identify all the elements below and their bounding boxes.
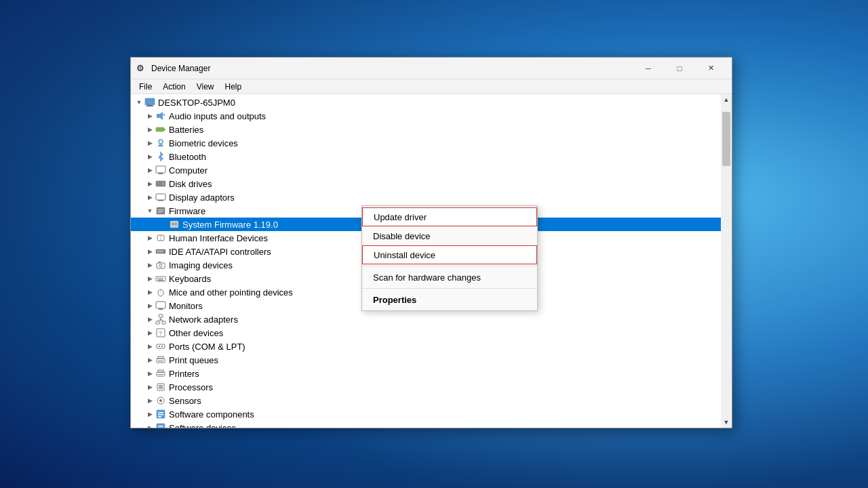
- svg-rect-20: [158, 212, 161, 213]
- svg-rect-18: [158, 209, 163, 210]
- svg-rect-12: [156, 181, 165, 186]
- tree-item-sensors[interactable]: ▶ Sensors: [131, 394, 721, 407]
- minimize-button[interactable]: ─: [633, 58, 664, 79]
- svg-rect-10: [156, 166, 165, 173]
- expand-softwaredevices[interactable]: ▶: [144, 422, 155, 428]
- tree-item-processors[interactable]: ▶ Processors: [131, 380, 721, 394]
- tree-item-bluetooth[interactable]: ▶ Bluetooth: [131, 150, 721, 163]
- ctx-uninstall-device[interactable]: Uninstall device: [362, 245, 537, 264]
- mice-icon: [155, 287, 166, 298]
- tree-item-printers[interactable]: ▶ Printers: [131, 367, 721, 380]
- tree-item-other[interactable]: ▶ ? Other devices: [131, 326, 721, 340]
- expand-sensors[interactable]: ▶: [144, 395, 155, 406]
- tree-item-batteries[interactable]: ▶ Batteries: [131, 123, 721, 136]
- tree-item-softwarecomponents[interactable]: ▶ Software components: [131, 407, 721, 421]
- svg-rect-0: [145, 98, 155, 105]
- tree-root[interactable]: ▼ DESKTOP-65JPM0: [131, 96, 721, 109]
- svg-rect-2: [146, 106, 153, 106]
- tree-item-network[interactable]: ▶ Network adapters: [131, 312, 721, 326]
- tree-item-computer[interactable]: ▶ Computer: [131, 163, 721, 177]
- menu-action[interactable]: Action: [157, 81, 191, 93]
- expand-other[interactable]: ▶: [144, 327, 155, 338]
- maximize-button[interactable]: □: [664, 58, 695, 79]
- firmware-icon: [155, 205, 166, 216]
- expand-printqueues[interactable]: ▶: [144, 354, 155, 365]
- svg-rect-37: [158, 280, 163, 281]
- expand-network[interactable]: ▶: [144, 314, 155, 325]
- expand-sysfirmware: [158, 219, 169, 230]
- scroll-thumb[interactable]: [722, 112, 730, 166]
- expand-displayadaptors[interactable]: ▶: [144, 192, 155, 203]
- batteries-icon: [155, 124, 166, 135]
- ideata-icon: [155, 246, 166, 257]
- other-icon: ?: [155, 327, 166, 338]
- expand-firmware[interactable]: ▼: [144, 205, 155, 216]
- expand-hid[interactable]: ▶: [144, 232, 155, 243]
- tree-item-displayadaptors[interactable]: ▶ Display adaptors: [131, 190, 721, 204]
- svg-rect-52: [161, 346, 163, 347]
- tree-item-ports[interactable]: ▶ Ports (COM & LPT): [131, 340, 721, 353]
- ctx-properties[interactable]: Properties: [362, 290, 537, 309]
- printers-icon: [155, 368, 166, 379]
- softwarecomponents-icon: [155, 409, 166, 420]
- menu-help[interactable]: Help: [220, 81, 248, 93]
- expand-mice[interactable]: ▶: [144, 287, 155, 298]
- network-icon: [155, 314, 166, 325]
- printqueues-icon: [155, 354, 166, 365]
- expand-bluetooth[interactable]: ▶: [144, 151, 155, 162]
- tree-item-biometric[interactable]: ▶ Biometric devices: [131, 136, 721, 150]
- svg-rect-36: [161, 278, 163, 279]
- scroll-down-arrow[interactable]: ▼: [721, 417, 732, 428]
- expand-root[interactable]: ▼: [134, 97, 144, 108]
- svg-rect-60: [159, 385, 163, 389]
- monitors-icon: [155, 300, 166, 311]
- menu-file[interactable]: File: [134, 81, 157, 93]
- menu-view[interactable]: View: [191, 81, 220, 93]
- monitors-label: Monitors: [169, 301, 203, 311]
- expand-batteries[interactable]: ▶: [144, 124, 155, 135]
- diskdrives-icon: [155, 178, 166, 189]
- printqueues-label: Print queues: [169, 355, 218, 365]
- hid-icon: [155, 232, 166, 243]
- menu-bar: File Action View Help: [131, 79, 732, 94]
- expand-processors[interactable]: ▶: [144, 382, 155, 392]
- keyboards-label: Keyboards: [169, 274, 211, 284]
- scroll-track[interactable]: [721, 105, 732, 417]
- expand-computer[interactable]: ▶: [144, 165, 155, 176]
- tree-item-softwaredevices[interactable]: ▶ Software devices: [131, 421, 721, 428]
- expand-monitors[interactable]: ▶: [144, 300, 155, 311]
- ctx-disable-device[interactable]: Disable device: [362, 226, 537, 245]
- tree-item-audio[interactable]: ▶ Audio inputs and outputs: [131, 109, 721, 123]
- ports-icon: [155, 341, 166, 352]
- expand-biometric[interactable]: ▶: [144, 138, 155, 148]
- close-button[interactable]: ✕: [695, 58, 726, 79]
- expand-ideata[interactable]: ▶: [144, 246, 155, 257]
- svg-rect-35: [159, 278, 161, 279]
- expand-ports[interactable]: ▶: [144, 341, 155, 352]
- svg-rect-19: [158, 211, 163, 211]
- expand-printers[interactable]: ▶: [144, 368, 155, 379]
- tree-item-printqueues[interactable]: ▶ Print queues: [131, 353, 721, 367]
- expand-diskdrives[interactable]: ▶: [144, 178, 155, 189]
- svg-rect-57: [158, 370, 163, 372]
- softwaredevices-label: Software devices: [169, 423, 236, 428]
- svg-rect-29: [161, 251, 163, 252]
- tree-item-diskdrives[interactable]: ▶ Disk drives: [131, 177, 721, 190]
- svg-rect-51: [159, 346, 160, 347]
- keyboards-icon: [155, 273, 166, 284]
- firmware-label: Firmware: [169, 206, 205, 216]
- ctx-update-driver[interactable]: Update driver: [362, 207, 537, 226]
- svg-rect-58: [158, 374, 163, 375]
- title-bar-left: ⚙ Device Manager: [136, 63, 210, 74]
- scroll-up-arrow[interactable]: ▲: [721, 94, 732, 105]
- expand-softwarecomponents[interactable]: ▶: [144, 409, 155, 420]
- scrollbar[interactable]: ▲ ▼: [721, 94, 732, 428]
- ctx-scan-hardware[interactable]: Scan for hardware changes: [362, 268, 537, 287]
- svg-rect-15: [156, 194, 165, 200]
- ideata-label: IDE ATA/ATAPI controllers: [169, 247, 271, 257]
- sysfirmware-label: System Firmware 1.19.0: [182, 220, 278, 230]
- expand-keyboards[interactable]: ▶: [144, 273, 155, 284]
- expand-audio[interactable]: ▶: [144, 110, 155, 121]
- computer-item-icon: [155, 165, 166, 176]
- expand-imaging[interactable]: ▶: [144, 260, 155, 270]
